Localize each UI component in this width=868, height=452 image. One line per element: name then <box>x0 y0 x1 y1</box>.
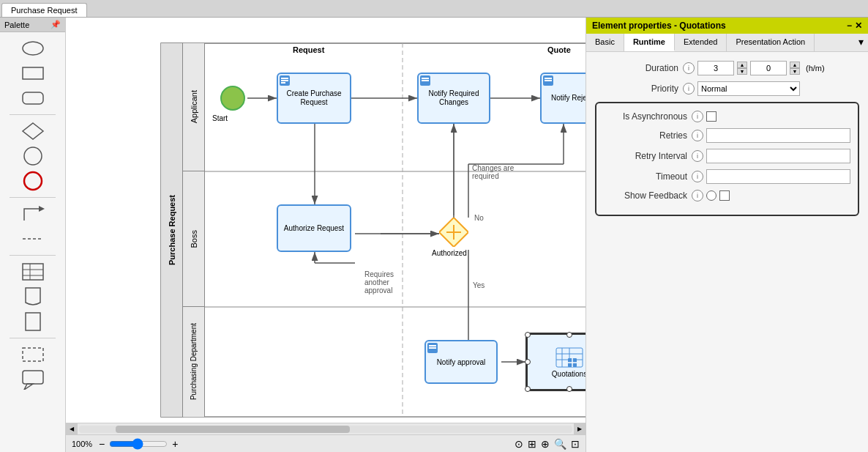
show-feedback-checkbox2[interactable] <box>719 190 730 201</box>
edge-label-no: No <box>474 214 484 222</box>
svg-rect-45 <box>281 78 288 79</box>
palette-rounded-rectangle[interactable] <box>20 88 46 108</box>
timeout-row: Timeout i 0 <box>604 169 850 184</box>
palette-table[interactable] <box>20 262 46 282</box>
priority-label: Priority <box>595 84 683 94</box>
panel-header-icons: − ✕ <box>847 21 862 31</box>
scrollbar-horizontal[interactable]: ◀ ▶ <box>66 423 585 434</box>
is-async-checkbox[interactable] <box>706 111 717 122</box>
retry-interval-info-icon[interactable]: i <box>692 150 703 162</box>
svg-rect-8 <box>23 264 43 280</box>
show-feedback-info-icon[interactable]: i <box>692 190 703 201</box>
task-quotations[interactable]: Quotations <box>525 333 585 391</box>
pool-label-text: Purchase Request <box>168 195 176 265</box>
palette-circle-red[interactable] <box>20 171 46 191</box>
svg-rect-1 <box>23 67 43 79</box>
panel-minimize-icon[interactable]: − <box>847 21 852 31</box>
lane-label-boss: Boss <box>190 230 198 248</box>
zoom-in-icon[interactable]: ⊕ <box>541 438 550 450</box>
gateway-authorized-label: Authorized <box>432 249 467 257</box>
tab-arrow[interactable]: ▾ <box>815 34 868 51</box>
is-async-info-icon[interactable]: i <box>692 111 703 122</box>
svg-point-0 <box>23 42 43 55</box>
bottom-bar: 100% − + ⊙ ⊞ ⊕ 🔍 ⊡ <box>66 434 585 452</box>
task-notify-approval[interactable]: Notify approval <box>424 340 498 384</box>
is-async-label: Is Asynchronous <box>604 111 692 122</box>
tab-extended[interactable]: Extended <box>675 34 727 51</box>
palette-diamond[interactable] <box>20 121 46 141</box>
reset-icon[interactable]: ⊙ <box>515 438 523 450</box>
palette-corner-arrow[interactable] <box>20 204 46 224</box>
retries-info-icon[interactable]: i <box>692 130 703 141</box>
tab-runtime[interactable]: Runtime <box>624 34 675 51</box>
retries-input[interactable]: 0 <box>706 128 850 143</box>
palette-dashed-rect[interactable] <box>20 344 46 365</box>
show-feedback-controls <box>706 190 730 201</box>
tab-presentation-action[interactable]: Presentation Action <box>727 34 815 51</box>
priority-info-icon[interactable]: i <box>683 83 695 95</box>
retry-interval-label: Retry Interval <box>604 151 692 161</box>
duration-value-input[interactable] <box>697 61 734 75</box>
palette-body <box>0 32 65 396</box>
canvas-scroll[interactable]: Purchase Request Applicant Boss Purchasi… <box>66 18 585 423</box>
lane-header-applicant: Applicant <box>183 43 205 171</box>
duration-spin-down[interactable]: ▼ <box>737 68 747 75</box>
zoom-slider[interactable] <box>109 438 168 450</box>
timeout-input[interactable]: 0 <box>706 169 850 184</box>
svg-rect-14 <box>23 371 43 384</box>
show-feedback-checkbox[interactable] <box>706 190 717 201</box>
duration-spin-up[interactable]: ▲ <box>737 62 747 68</box>
zoom-controls: − + <box>97 438 179 450</box>
svg-marker-15 <box>24 384 33 390</box>
is-async-row: Is Asynchronous i <box>604 111 850 122</box>
zoom-minus-icon[interactable]: − <box>99 438 105 450</box>
lane-header-boss: Boss <box>183 171 205 307</box>
retry-interval-row: Retry Interval i 0 <box>604 149 850 163</box>
palette-rectangle[interactable] <box>20 63 46 84</box>
palette-blank-doc[interactable] <box>20 311 46 332</box>
palette-divider-3 <box>10 255 55 256</box>
duration-unit-spin-down[interactable]: ▼ <box>790 68 800 75</box>
palette-circle-outline[interactable] <box>20 146 46 166</box>
duration-unit-label: (h/m) <box>806 64 825 73</box>
svg-rect-52 <box>545 78 552 79</box>
svg-rect-2 <box>23 92 43 104</box>
svg-rect-47 <box>281 82 285 84</box>
svg-rect-49 <box>422 78 429 79</box>
zoom-plus-icon[interactable]: + <box>172 438 178 450</box>
palette-divider-4 <box>10 338 55 338</box>
palette-document[interactable] <box>20 286 46 307</box>
fit-page-icon[interactable]: 🔍 <box>554 438 566 450</box>
fit-width-icon[interactable]: ⊞ <box>528 438 536 450</box>
svg-rect-12 <box>26 313 40 330</box>
task-notify-rejection[interactable]: Notify Rejection <box>540 73 585 124</box>
bpmn-start-event[interactable] <box>220 85 246 111</box>
palette-divider-1 <box>10 114 55 115</box>
priority-select[interactable]: Normal High Low <box>697 81 800 96</box>
pool-label: Purchase Request <box>161 43 183 417</box>
palette-callout[interactable] <box>20 369 46 390</box>
duration-unit-input[interactable] <box>750 61 787 75</box>
task-authorize-request[interactable]: Authorize Request <box>277 204 351 252</box>
duration-unit-spin-up[interactable]: ▲ <box>790 62 800 68</box>
timeout-info-icon[interactable]: i <box>692 171 703 182</box>
palette-ellipse[interactable] <box>20 38 46 59</box>
palette-pin-icon[interactable]: 📌 <box>50 20 61 29</box>
col-label-request: Request <box>293 45 324 54</box>
task-create-label: Create Purchase Request <box>278 89 350 107</box>
retry-interval-input[interactable]: 0 <box>706 149 850 163</box>
svg-marker-6 <box>39 206 45 212</box>
svg-rect-59 <box>429 347 436 349</box>
task-create-purchase-request[interactable]: Create Purchase Request <box>277 73 351 124</box>
tab-basic[interactable]: Basic <box>586 34 624 51</box>
canvas-area: Purchase Request Applicant Boss Purchasi… <box>66 18 586 452</box>
maximize-icon[interactable]: ⊡ <box>571 438 580 450</box>
palette-dashed-line[interactable] <box>20 229 46 249</box>
panel-close-icon[interactable]: ✕ <box>855 21 862 31</box>
duration-info-icon[interactable]: i <box>683 62 695 74</box>
svg-point-5 <box>24 172 42 190</box>
gateway-authorized[interactable] <box>439 218 468 247</box>
svg-rect-50 <box>422 80 429 81</box>
task-notify-required-changes[interactable]: Notify Required Changes <box>417 73 490 124</box>
tab-purchase-request[interactable]: Purchase Request <box>1 3 87 17</box>
